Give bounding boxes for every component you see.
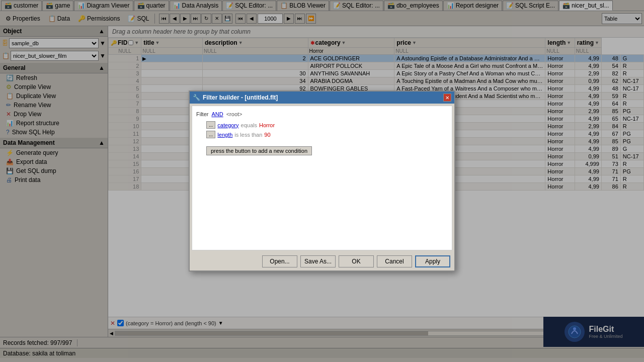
modal-titlebar: 🔧 Filter builder - [untitled.flt] ✕: [190, 92, 454, 104]
saveas-button[interactable]: Save As...: [300, 255, 336, 267]
condition1-op: equals: [241, 122, 257, 128]
ok-button[interactable]: OK: [339, 255, 374, 267]
condition1-val: Horror: [259, 122, 275, 128]
condition2-op: is less than: [234, 132, 262, 138]
modal-overlay: 🔧 Filter builder - [untitled.flt] ✕ Filt…: [0, 0, 644, 362]
filter-and-button[interactable]: AND: [211, 111, 223, 117]
condition1-field[interactable]: category: [217, 122, 238, 128]
open-button[interactable]: Open...: [262, 255, 297, 267]
add-condition-container: press the button to add a new condition: [196, 142, 448, 155]
filter-builder-icon: 🔧: [193, 94, 200, 101]
condition2-field[interactable]: length: [217, 132, 232, 138]
condition1-menu-btn[interactable]: ...: [206, 121, 215, 129]
modal-close-button[interactable]: ✕: [443, 94, 451, 102]
condition2-val: 90: [264, 132, 270, 138]
modal-footer: Open... Save As... OK Cancel Apply: [190, 252, 454, 270]
apply-button[interactable]: Apply: [415, 255, 450, 267]
filter-builder-modal: 🔧 Filter builder - [untitled.flt] ✕ Filt…: [189, 90, 455, 272]
modal-title: 🔧 Filter builder - [untitled.flt]: [193, 94, 278, 101]
modal-body: Filter AND <root> ... category equals Ho…: [192, 106, 452, 250]
filter-header-row: Filter AND <root>: [196, 110, 448, 118]
filter-condition-1: ... category equals Horror: [196, 120, 448, 130]
cancel-button[interactable]: Cancel: [377, 255, 412, 267]
add-condition-button[interactable]: press the button to add a new condition: [206, 146, 312, 155]
filter-condition-2: ... length is less than 90: [196, 130, 448, 139]
condition2-menu-btn[interactable]: ...: [206, 131, 215, 138]
